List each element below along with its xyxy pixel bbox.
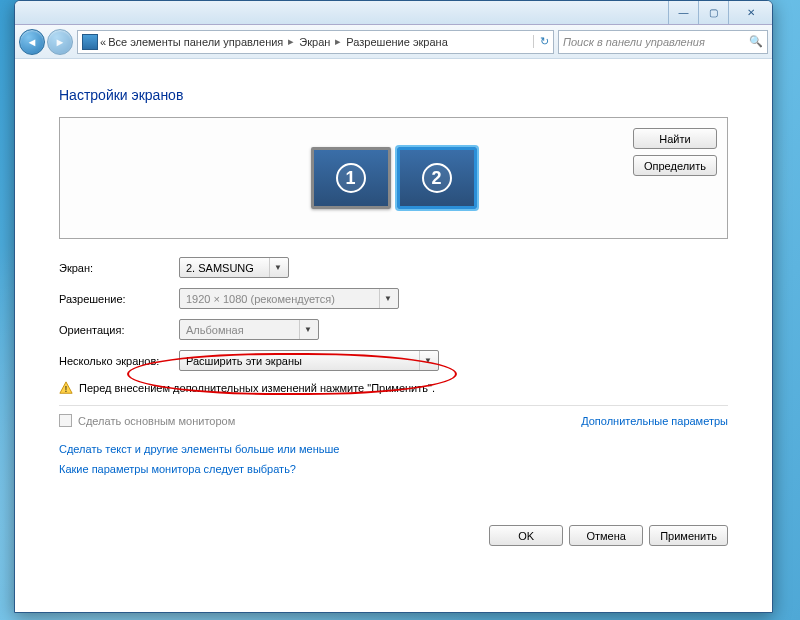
minimize-button[interactable]: — bbox=[668, 1, 698, 24]
breadcrumb-back-chevron: « bbox=[100, 36, 106, 48]
advanced-settings-link[interactable]: Дополнительные параметры bbox=[581, 415, 728, 427]
maximize-button[interactable]: ▢ bbox=[698, 1, 728, 24]
page-title: Настройки экранов bbox=[59, 87, 728, 103]
control-panel-icon bbox=[82, 34, 98, 50]
chevron-down-icon: ▼ bbox=[379, 289, 394, 308]
arrow-right-icon: ► bbox=[55, 36, 66, 48]
multiple-displays-dropdown[interactable]: Расширить эти экраны ▼ bbox=[179, 350, 439, 371]
resolution-dropdown[interactable]: 1920 × 1080 (рекомендуется) ▼ bbox=[179, 288, 399, 309]
back-button[interactable]: ◄ bbox=[19, 29, 45, 55]
close-button[interactable]: ✕ bbox=[728, 1, 772, 24]
chevron-down-icon: ▼ bbox=[299, 320, 314, 339]
arrow-left-icon: ◄ bbox=[27, 36, 38, 48]
chevron-down-icon: ▼ bbox=[419, 351, 434, 370]
dropdown-value: 2. SAMSUNG bbox=[186, 262, 254, 274]
multiple-displays-label: Несколько экранов: bbox=[59, 355, 179, 367]
identify-button[interactable]: Определить bbox=[633, 155, 717, 176]
resolution-label: Разрешение: bbox=[59, 293, 179, 305]
chevron-right-icon: ▸ bbox=[285, 35, 297, 48]
dropdown-value: Расширить эти экраны bbox=[186, 355, 302, 367]
monitor-1[interactable]: 1 bbox=[311, 147, 391, 209]
search-icon: 🔍 bbox=[749, 35, 763, 48]
warning-icon: ! bbox=[59, 381, 73, 395]
find-button[interactable]: Найти bbox=[633, 128, 717, 149]
dropdown-value: 1920 × 1080 (рекомендуется) bbox=[186, 293, 335, 305]
chevron-right-icon: ▸ bbox=[332, 35, 344, 48]
breadcrumb[interactable]: « Все элементы панели управления ▸ Экран… bbox=[77, 30, 554, 54]
cancel-button[interactable]: Отмена bbox=[569, 525, 643, 546]
breadcrumb-item[interactable]: Все элементы панели управления bbox=[108, 36, 283, 48]
content-area: Настройки экранов 1 2 Найти Определить Э… bbox=[15, 59, 772, 612]
screen-dropdown[interactable]: 2. SAMSUNG ▼ bbox=[179, 257, 289, 278]
refresh-icon[interactable]: ↻ bbox=[533, 35, 549, 48]
display-arrangement[interactable]: 1 2 Найти Определить bbox=[59, 117, 728, 239]
svg-text:!: ! bbox=[65, 384, 67, 394]
breadcrumb-item[interactable]: Экран bbox=[299, 36, 330, 48]
primary-monitor-label: Сделать основным монитором bbox=[78, 415, 235, 427]
search-input[interactable]: Поиск в панели управления 🔍 bbox=[558, 30, 768, 54]
monitor-number: 1 bbox=[336, 163, 366, 193]
dialog-buttons: OK Отмена Применить bbox=[489, 525, 728, 546]
primary-monitor-checkbox[interactable] bbox=[59, 414, 72, 427]
apply-button[interactable]: Применить bbox=[649, 525, 728, 546]
screen-label: Экран: bbox=[59, 262, 179, 274]
navbar: ◄ ► « Все элементы панели управления ▸ Э… bbox=[15, 25, 772, 59]
forward-button[interactable]: ► bbox=[47, 29, 73, 55]
display-settings-window: — ▢ ✕ ◄ ► « Все элементы панели управлен… bbox=[14, 0, 773, 613]
chevron-down-icon: ▼ bbox=[269, 258, 284, 277]
dropdown-value: Альбомная bbox=[186, 324, 244, 336]
ok-button[interactable]: OK bbox=[489, 525, 563, 546]
text-size-link[interactable]: Сделать текст и другие элементы больше и… bbox=[59, 443, 728, 455]
orientation-dropdown[interactable]: Альбомная ▼ bbox=[179, 319, 319, 340]
settings-form: Экран: 2. SAMSUNG ▼ Разрешение: 1920 × 1… bbox=[59, 257, 728, 475]
titlebar: — ▢ ✕ bbox=[15, 1, 772, 25]
monitor-params-link[interactable]: Какие параметры монитора следует выбрать… bbox=[59, 463, 728, 475]
monitor-number: 2 bbox=[422, 163, 452, 193]
warning-row: ! Перед внесением дополнительных изменен… bbox=[59, 381, 728, 395]
monitor-2[interactable]: 2 bbox=[397, 147, 477, 209]
orientation-label: Ориентация: bbox=[59, 324, 179, 336]
search-placeholder: Поиск в панели управления bbox=[563, 36, 705, 48]
warning-text: Перед внесением дополнительных изменений… bbox=[79, 382, 435, 394]
breadcrumb-item[interactable]: Разрешение экрана bbox=[346, 36, 447, 48]
